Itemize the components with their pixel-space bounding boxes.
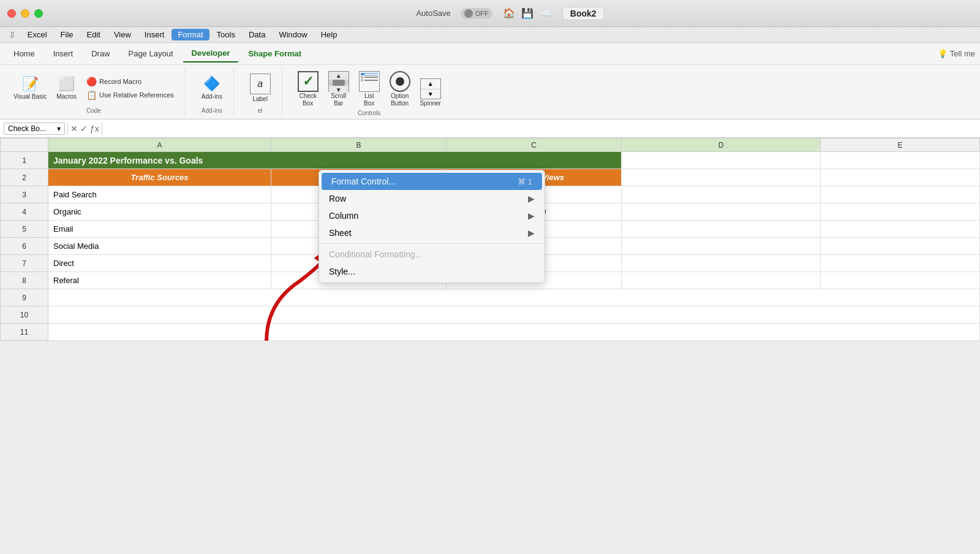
cell-e1[interactable] xyxy=(821,152,980,169)
row-header-1[interactable]: 1 xyxy=(1,152,48,169)
titlebar-icons: 🏠 💾 ☁️ xyxy=(502,7,552,20)
menu-help[interactable]: Help xyxy=(315,29,344,40)
menu-sheet[interactable]: Sheet ▶ xyxy=(319,224,545,241)
row-header-9[interactable]: 9 xyxy=(1,289,48,306)
cell-a8[interactable]: Referal xyxy=(48,272,271,289)
menu-window[interactable]: Window xyxy=(273,29,313,40)
cell-11[interactable] xyxy=(48,324,980,341)
list-box-button[interactable]: ListBox xyxy=(356,70,383,108)
record-macro-button[interactable]: 🔴 Record Macro xyxy=(83,75,178,88)
menu-view[interactable]: View xyxy=(108,29,137,40)
option-button-button[interactable]: OptionButton xyxy=(386,70,413,108)
formula-input[interactable] xyxy=(105,123,976,134)
cell-a7[interactable]: Direct xyxy=(48,255,271,272)
app-name[interactable]: Excel xyxy=(21,29,53,40)
row-header-11[interactable]: 11 xyxy=(1,324,48,341)
col-header-d[interactable]: D xyxy=(622,138,821,152)
toggle-state: OFF xyxy=(475,10,489,17)
scroll-bar-button[interactable]: ▲ ▼ ScrollBar xyxy=(325,70,352,108)
addins-button[interactable]: 🔷 Add-ins xyxy=(198,74,226,103)
tab-home[interactable]: Home xyxy=(5,45,43,62)
insert-function-icon[interactable]: ƒx xyxy=(90,124,99,134)
autosave-toggle[interactable]: OFF xyxy=(461,8,492,19)
cell-e2[interactable] xyxy=(821,169,980,186)
tab-draw[interactable]: Draw xyxy=(83,45,118,62)
cancel-formula-icon[interactable]: ✕ xyxy=(70,124,78,134)
cell-e5[interactable] xyxy=(821,221,980,238)
menu-file[interactable]: File xyxy=(55,29,80,40)
tab-insert[interactable]: Insert xyxy=(45,45,82,62)
cell-e3[interactable] xyxy=(821,186,980,203)
cell-d6[interactable] xyxy=(622,238,821,255)
confirm-formula-icon[interactable]: ✓ xyxy=(80,124,88,134)
minimize-button[interactable] xyxy=(21,9,29,18)
cell-d2[interactable] xyxy=(622,169,821,186)
row-header-3[interactable]: 3 xyxy=(1,186,48,203)
cell-a5[interactable]: Email xyxy=(48,221,271,238)
col-header-c[interactable]: C xyxy=(447,138,622,152)
row-header-5[interactable]: 5 xyxy=(1,221,48,238)
col-header-b[interactable]: B xyxy=(271,138,447,152)
table-row: 11 xyxy=(1,324,980,341)
tab-page-layout[interactable]: Page Layout xyxy=(120,45,182,62)
cell-e7[interactable] xyxy=(821,255,980,272)
row-header-10[interactable]: 10 xyxy=(1,306,48,324)
menu-insert[interactable]: Insert xyxy=(138,29,171,40)
cell-10[interactable] xyxy=(48,306,980,324)
cell-e8[interactable] xyxy=(821,272,980,289)
title-cell[interactable]: January 2022 Performance vs. Goals xyxy=(48,152,622,169)
cell-d1[interactable] xyxy=(622,152,821,169)
cell-e4[interactable] xyxy=(821,203,980,221)
row-header-7[interactable]: 7 xyxy=(1,255,48,272)
menu-format[interactable]: Format xyxy=(172,29,209,40)
save-icon[interactable]: 💾 xyxy=(521,7,534,20)
menu-style[interactable]: Style... xyxy=(319,263,545,280)
menu-data[interactable]: Data xyxy=(243,29,271,40)
use-relative-button[interactable]: 📋 Use Relative References xyxy=(83,89,178,101)
cell-a4[interactable]: Organic xyxy=(48,203,271,221)
scroll-bar-label: ScrollBar xyxy=(331,93,346,107)
name-box[interactable]: Check Bo... ▾ xyxy=(4,123,65,135)
sheet-arrow: ▶ xyxy=(528,228,535,238)
option-button-icon xyxy=(390,71,410,92)
cell-a3[interactable]: Paid Search xyxy=(48,186,271,203)
home-icon[interactable]: 🏠 xyxy=(502,7,516,20)
menu-format-control[interactable]: Format Control... ⌘ 1 xyxy=(322,173,542,190)
col-header-e[interactable]: E xyxy=(821,138,980,152)
tab-developer[interactable]: Developer xyxy=(183,45,239,63)
formula-icons: ✕ ✓ ƒx xyxy=(70,124,99,134)
cloud-save-icon[interactable]: ☁️ xyxy=(539,7,552,20)
cell-e6[interactable] xyxy=(821,238,980,255)
col-header-a[interactable]: A xyxy=(48,138,271,152)
menu-edit[interactable]: Edit xyxy=(81,29,107,40)
cell-d7[interactable] xyxy=(622,255,821,272)
maximize-button[interactable] xyxy=(34,9,43,18)
row-header-6[interactable]: 6 xyxy=(1,238,48,255)
cell-d4[interactable] xyxy=(622,203,821,221)
macros-button[interactable]: ⬜ Macros xyxy=(53,74,80,103)
table-row: 9 xyxy=(1,289,980,306)
list-box-icon xyxy=(359,71,380,92)
close-button[interactable] xyxy=(7,9,16,18)
row-header-2[interactable]: 2 xyxy=(1,169,48,186)
menu-column[interactable]: Column ▶ xyxy=(319,207,545,224)
spinner-button[interactable]: ▲ ▼ Spinner xyxy=(417,77,444,108)
cell-a2[interactable]: Traffic Sources xyxy=(48,169,271,186)
cell-d3[interactable] xyxy=(622,186,821,203)
apple-menu[interactable]:  xyxy=(5,29,20,40)
visual-basic-button[interactable]: 📝 Visual Basic xyxy=(10,74,50,103)
row-header-4[interactable]: 4 xyxy=(1,203,48,221)
tell-me[interactable]: 💡 Tell me xyxy=(938,49,975,58)
tab-shape-format[interactable]: Shape Format xyxy=(239,45,310,62)
cell-a6[interactable]: Social Media xyxy=(48,238,271,255)
cell-9[interactable] xyxy=(48,289,980,306)
label-button[interactable]: a Label xyxy=(246,71,274,105)
cell-d5[interactable] xyxy=(622,221,821,238)
menu-tools[interactable]: Tools xyxy=(211,29,241,40)
format-control-label: Format Control... xyxy=(331,176,396,186)
cell-d8[interactable] xyxy=(622,272,821,289)
row-header-8[interactable]: 8 xyxy=(1,272,48,289)
check-box-button[interactable]: ✓ CheckBox xyxy=(295,70,322,108)
menu-row[interactable]: Row ▶ xyxy=(319,190,545,207)
name-box-arrow: ▾ xyxy=(57,124,61,133)
